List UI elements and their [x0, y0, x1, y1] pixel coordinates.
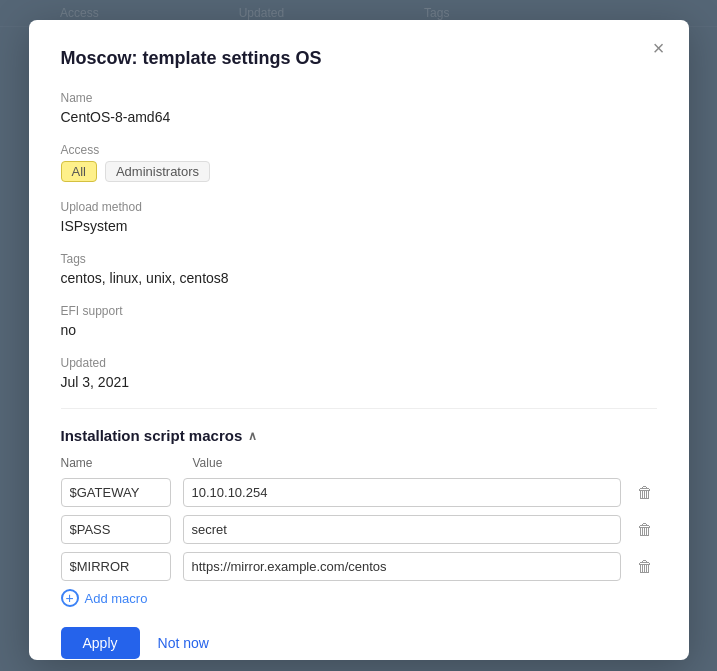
macro-name-input-2[interactable] [61, 552, 171, 581]
tags-value: centos, linux, unix, centos8 [61, 270, 657, 286]
macro-value-input-1[interactable] [183, 515, 621, 544]
macro-col-value-header: Value [193, 456, 657, 470]
efi-label: EFI support [61, 304, 657, 318]
macro-delete-button-0[interactable]: 🗑 [633, 482, 657, 504]
access-tags-row: All Administrators [61, 161, 657, 182]
tags-field-group: Tags centos, linux, unix, centos8 [61, 252, 657, 286]
macro-value-input-0[interactable] [183, 478, 621, 507]
macro-value-input-2[interactable] [183, 552, 621, 581]
macro-delete-button-2[interactable]: 🗑 [633, 556, 657, 578]
updated-field-group: Updated Jul 3, 2021 [61, 356, 657, 390]
macro-row-1: 🗑 [61, 515, 657, 544]
add-macro-icon[interactable]: + [61, 589, 79, 607]
efi-field-group: EFI support no [61, 304, 657, 338]
modal-title: Moscow: template settings OS [61, 48, 657, 69]
access-field-group: Access All Administrators [61, 143, 657, 182]
macro-row-0: 🗑 [61, 478, 657, 507]
add-macro-row[interactable]: + Add macro [61, 589, 657, 607]
close-button[interactable]: × [647, 36, 671, 60]
updated-value: Jul 3, 2021 [61, 374, 657, 390]
access-tag-administrators: Administrators [105, 161, 210, 182]
macro-row-2: 🗑 [61, 552, 657, 581]
name-value: CentOS-8-amd64 [61, 109, 657, 125]
macro-name-input-1[interactable] [61, 515, 171, 544]
macros-title-text: Installation script macros [61, 427, 243, 444]
section-divider [61, 408, 657, 409]
upload-method-field-group: Upload method ISPsystem [61, 200, 657, 234]
macro-delete-button-1[interactable]: 🗑 [633, 519, 657, 541]
name-field-group: Name CentOS-8-amd64 [61, 91, 657, 125]
name-label: Name [61, 91, 657, 105]
add-macro-label[interactable]: Add macro [85, 591, 148, 606]
upload-method-label: Upload method [61, 200, 657, 214]
macro-col-name-header: Name [61, 456, 181, 470]
access-label: Access [61, 143, 657, 157]
tags-label: Tags [61, 252, 657, 266]
not-now-button[interactable]: Not now [152, 627, 215, 659]
apply-button[interactable]: Apply [61, 627, 140, 659]
modal-dialog: × Moscow: template settings OS Name Cent… [29, 20, 689, 660]
macro-name-input-0[interactable] [61, 478, 171, 507]
macros-section-title: Installation script macros ∧ [61, 427, 657, 444]
footer-buttons: Apply Not now [61, 627, 657, 659]
efi-value: no [61, 322, 657, 338]
updated-label: Updated [61, 356, 657, 370]
upload-method-value: ISPsystem [61, 218, 657, 234]
access-tag-all: All [61, 161, 97, 182]
chevron-up-icon: ∧ [248, 429, 257, 443]
macro-table-header: Name Value [61, 456, 657, 470]
